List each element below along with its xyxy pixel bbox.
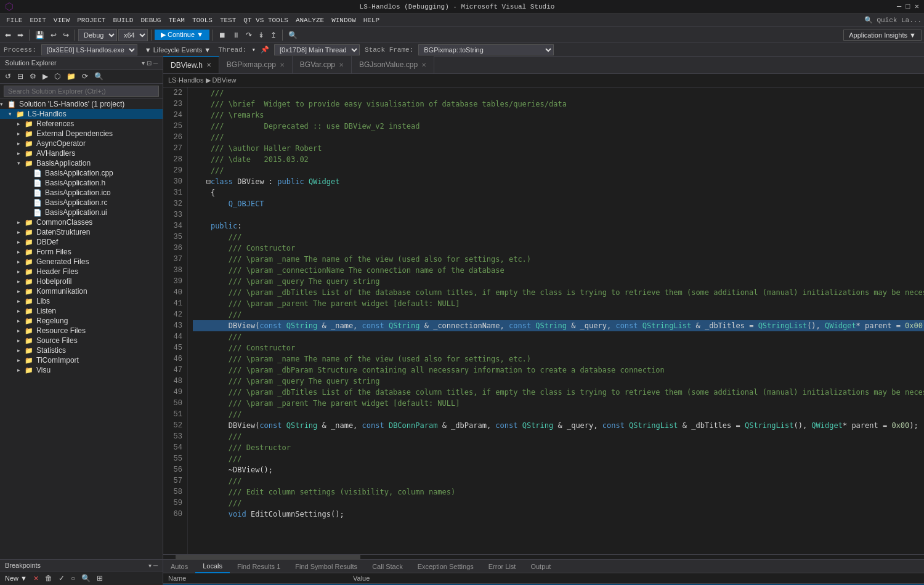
debug-btn3[interactable]: ↷ — [243, 30, 254, 41]
se-btn4[interactable]: ▶ — [40, 71, 51, 82]
tree-item[interactable]: ▾📁BasisApplication — [0, 158, 163, 168]
locals-tab[interactable]: Locals — [195, 560, 230, 573]
editor-tab-1[interactable]: BGPixmap.cpp✕ — [219, 56, 293, 73]
toolbar-save[interactable]: 💾 — [33, 30, 47, 41]
tree-icon: 📁 — [25, 297, 34, 305]
debug-btn4[interactable]: ↡ — [256, 30, 267, 41]
bp-delete-all-btn[interactable]: 🗑 — [43, 573, 55, 584]
tree-item[interactable]: ▸📁References — [0, 119, 163, 129]
menu-file[interactable]: FILE — [2, 15, 26, 25]
tree-item[interactable]: ▸📁External Dependencies — [0, 129, 163, 139]
menu-view[interactable]: VIEW — [50, 15, 73, 25]
tree-item[interactable]: ▸📁Kommunikation — [0, 286, 163, 296]
debug-btn1[interactable]: ⏹ — [216, 30, 229, 41]
locals-tab[interactable]: Autos — [163, 560, 195, 573]
tree-item[interactable]: ▾📁LS-Handlos — [0, 109, 163, 119]
tree-item[interactable]: ▸📁AVHandlers — [0, 148, 163, 158]
locals-tab[interactable]: Find Results 1 — [230, 560, 288, 573]
menu-team[interactable]: TEAM — [164, 15, 188, 25]
editor-tab-0[interactable]: DBView.h✕ — [163, 56, 219, 73]
horizontal-scrollbar[interactable] — [163, 554, 924, 559]
code-line: /// — [193, 309, 924, 320]
bp-columns-btn[interactable]: ⊞ — [94, 573, 105, 584]
tree-item[interactable]: ▸📁Resource Files — [0, 326, 163, 336]
tree-item[interactable]: ▸📁Regelung — [0, 316, 163, 326]
se-search-input[interactable] — [4, 86, 159, 97]
menu-qt[interactable]: QT VS TOOLS — [240, 15, 292, 25]
debug-btn5[interactable]: ↥ — [268, 30, 279, 41]
bp-disable-btn[interactable]: ○ — [68, 573, 78, 584]
tree-item[interactable]: ▸📁Visu — [0, 365, 163, 375]
window-controls[interactable]: ─ □ ✕ — [897, 2, 919, 11]
tab-close[interactable]: ✕ — [206, 62, 211, 68]
se-btn6[interactable]: 📁 — [64, 71, 78, 82]
code-content[interactable]: /// /// \brief Widget to provide easy vi… — [188, 87, 924, 554]
continue-button[interactable]: ▶ Continue ▼ — [155, 30, 209, 40]
menu-project[interactable]: PROJECT — [73, 15, 109, 25]
menu-edit[interactable]: EDIT — [26, 15, 49, 25]
se-btn7[interactable]: ⟳ — [79, 71, 91, 82]
tree-item[interactable]: ▸📁Header Files — [0, 267, 163, 276]
toolbar-find[interactable]: 🔍 — [286, 30, 300, 41]
tree-item[interactable]: ▸📁Hobelprofil — [0, 276, 163, 286]
tree-item[interactable]: ▸📁Listen — [0, 306, 163, 316]
tree-item[interactable]: ▸📁CommonClasses — [0, 217, 163, 227]
tree-item[interactable]: ▸📁TiComImport — [0, 355, 163, 365]
menu-build[interactable]: BUILD — [109, 15, 137, 25]
menu-tools[interactable]: TOOLS — [188, 15, 216, 25]
menu-window[interactable]: WINDOW — [328, 15, 360, 25]
locals-tab[interactable]: Find Symbol Results — [288, 560, 365, 573]
bp-delete-btn[interactable]: ✕ — [31, 573, 41, 584]
tree-item[interactable]: 📄BasisApplication.ico — [0, 188, 163, 198]
tab-close[interactable]: ✕ — [280, 62, 285, 68]
app-insights-button[interactable]: Application Insights ▼ — [843, 30, 922, 41]
menu-help[interactable]: HELP — [360, 15, 383, 25]
toolbar-redo[interactable]: ↪ — [60, 30, 71, 41]
menu-test[interactable]: TEST — [216, 15, 240, 25]
se-btn2[interactable]: ⊟ — [15, 71, 26, 82]
stackframe-dropdown[interactable]: BGPixmap::toString — [418, 44, 554, 55]
tab-close[interactable]: ✕ — [339, 62, 344, 68]
menu-debug[interactable]: DEBUG — [137, 15, 164, 25]
tree-item[interactable]: ▸📁Generated Files — [0, 257, 163, 267]
tree-item[interactable]: ▸📁Statistics — [0, 345, 163, 355]
new-breakpoint-button[interactable]: New ▼ — [2, 574, 30, 583]
locals-tab[interactable]: Call Stack — [365, 560, 410, 573]
locals-tab[interactable]: Output — [523, 560, 558, 573]
tree-item[interactable]: 📄BasisApplication.h — [0, 178, 163, 188]
tree-item[interactable]: 📄BasisApplication.rc — [0, 198, 163, 208]
thread-dropdown[interactable]: [0x17D8] Main Thread — [274, 44, 360, 55]
toolbar-undo[interactable]: ↩ — [48, 30, 59, 41]
tree-item[interactable]: ▾📋Solution 'LS-Handlos' (1 project) — [0, 99, 163, 109]
process-dropdown[interactable]: [0x3EE0] LS-Handlos.exe — [41, 44, 137, 55]
locals-tab[interactable]: Exception Settings — [410, 560, 481, 573]
se-controls[interactable]: ▾ ⊡ ─ — [142, 60, 158, 67]
debug-btn2[interactable]: ⏸ — [230, 30, 242, 41]
bp-search-btn[interactable]: 🔍 — [79, 573, 93, 584]
bp-enable-btn[interactable]: ✓ — [56, 573, 67, 584]
tree-item[interactable]: 📄BasisApplication.ui — [0, 208, 163, 217]
tree-item[interactable]: ▸📁Form Files — [0, 247, 163, 257]
editor-tab-3[interactable]: BGJsonValue.cpp✕ — [352, 56, 434, 73]
tree-item[interactable]: ▸📁Source Files — [0, 336, 163, 345]
lifecycle-btn[interactable]: ▼ Lifecycle Events ▼ — [142, 45, 213, 55]
tab-close[interactable]: ✕ — [421, 62, 426, 68]
tree-item[interactable]: 📄BasisApplication.cpp — [0, 168, 163, 178]
tree-item[interactable]: ▸📁DBDef — [0, 237, 163, 247]
tree-item[interactable]: ▸📁DatenStrukturen — [0, 227, 163, 237]
toolbar-forward[interactable]: ➡ — [15, 30, 26, 41]
se-btn1[interactable]: ↺ — [2, 71, 14, 82]
config-dropdown[interactable]: Debug — [78, 29, 117, 41]
se-btn3[interactable]: ⚙ — [27, 71, 39, 82]
toolbar-back[interactable]: ⬅ — [2, 30, 14, 41]
tree-item[interactable]: ▸📁Libs — [0, 296, 163, 306]
editor-tab-2[interactable]: BGVar.cpp✕ — [293, 56, 352, 73]
code-line: void EditColumnSettings(); — [193, 509, 924, 520]
locals-tab[interactable]: Error List — [481, 560, 524, 573]
platform-dropdown[interactable]: x64 — [118, 29, 148, 41]
tree-item[interactable]: ▸📁AsyncOperator — [0, 139, 163, 148]
se-btn8[interactable]: 🔍 — [92, 71, 106, 82]
quick-launch[interactable]: 🔍 Quick La... — [864, 16, 922, 24]
se-btn5[interactable]: ⬡ — [52, 71, 63, 82]
menu-analyze[interactable]: ANALYZE — [292, 15, 328, 25]
